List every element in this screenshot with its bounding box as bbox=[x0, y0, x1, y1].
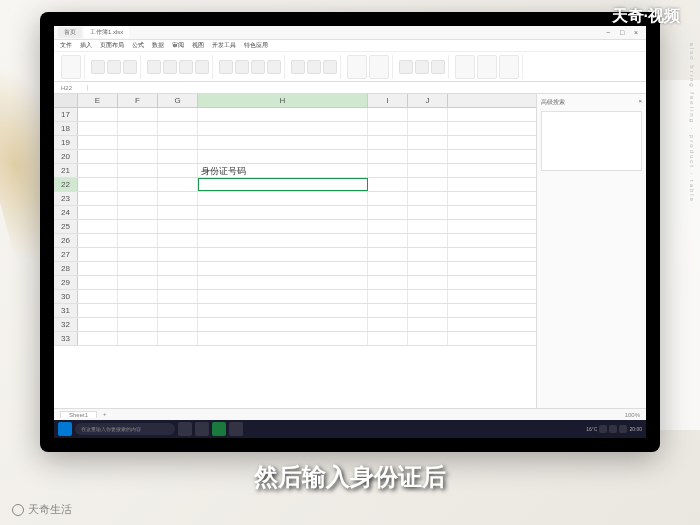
cell-G20[interactable] bbox=[158, 150, 198, 163]
cell-J21[interactable] bbox=[408, 164, 448, 177]
row-header-32[interactable]: 32 bbox=[54, 318, 78, 331]
menu-data[interactable]: 数据 bbox=[152, 41, 164, 50]
menu-formula[interactable]: 公式 bbox=[132, 41, 144, 50]
tray-icon[interactable] bbox=[609, 425, 617, 433]
conditional-format-button[interactable] bbox=[347, 55, 367, 79]
cell-H29[interactable] bbox=[198, 276, 368, 289]
minimize-button[interactable]: − bbox=[602, 28, 614, 38]
menu-dev[interactable]: 开发工具 bbox=[212, 41, 236, 50]
cell-F25[interactable] bbox=[118, 220, 158, 233]
row-header-22[interactable]: 22 bbox=[54, 178, 78, 191]
cell-F26[interactable] bbox=[118, 234, 158, 247]
cell-E21[interactable] bbox=[78, 164, 118, 177]
cell-F22[interactable] bbox=[118, 178, 158, 191]
cell-F19[interactable] bbox=[118, 136, 158, 149]
app-tab-workbook[interactable]: 工作簿1.xlsx bbox=[84, 27, 129, 38]
tray-icon[interactable] bbox=[619, 425, 627, 433]
add-sheet-button[interactable]: + bbox=[99, 411, 111, 418]
cell-E31[interactable] bbox=[78, 304, 118, 317]
cell-F17[interactable] bbox=[118, 108, 158, 121]
bold-button[interactable] bbox=[147, 60, 161, 74]
col-header-h[interactable]: H bbox=[198, 94, 368, 107]
cell-H20[interactable] bbox=[198, 150, 368, 163]
cell-F27[interactable] bbox=[118, 248, 158, 261]
cell-F30[interactable] bbox=[118, 290, 158, 303]
row-header-26[interactable]: 26 bbox=[54, 234, 78, 247]
row-header-20[interactable]: 20 bbox=[54, 150, 78, 163]
cell-I23[interactable] bbox=[368, 192, 408, 205]
close-button[interactable]: × bbox=[630, 28, 642, 38]
cell-I24[interactable] bbox=[368, 206, 408, 219]
cell-E29[interactable] bbox=[78, 276, 118, 289]
cell-E24[interactable] bbox=[78, 206, 118, 219]
cell-F24[interactable] bbox=[118, 206, 158, 219]
taskbar-search[interactable]: 在这里输入你要搜索的内容 bbox=[75, 423, 175, 435]
cell-J20[interactable] bbox=[408, 150, 448, 163]
cell-G22[interactable] bbox=[158, 178, 198, 191]
cell-H18[interactable] bbox=[198, 122, 368, 135]
menu-review[interactable]: 审阅 bbox=[172, 41, 184, 50]
cell-I30[interactable] bbox=[368, 290, 408, 303]
row-col-button[interactable] bbox=[455, 55, 475, 79]
cell-G23[interactable] bbox=[158, 192, 198, 205]
clock[interactable]: 20:00 bbox=[629, 426, 642, 432]
cell-E33[interactable] bbox=[78, 332, 118, 345]
cell-I17[interactable] bbox=[368, 108, 408, 121]
cell-H28[interactable] bbox=[198, 262, 368, 275]
cell-I26[interactable] bbox=[368, 234, 408, 247]
side-panel-close-icon[interactable]: × bbox=[638, 98, 642, 107]
maximize-button[interactable]: □ bbox=[616, 28, 628, 38]
cell-E19[interactable] bbox=[78, 136, 118, 149]
cell-H32[interactable] bbox=[198, 318, 368, 331]
table-format-button[interactable] bbox=[369, 55, 389, 79]
cell-I25[interactable] bbox=[368, 220, 408, 233]
cell-F33[interactable] bbox=[118, 332, 158, 345]
cell-H33[interactable] bbox=[198, 332, 368, 345]
cell-E25[interactable] bbox=[78, 220, 118, 233]
align-right-button[interactable] bbox=[251, 60, 265, 74]
col-header-i[interactable]: I bbox=[368, 94, 408, 107]
cell-G29[interactable] bbox=[158, 276, 198, 289]
copy-button[interactable] bbox=[107, 60, 121, 74]
cell-H26[interactable] bbox=[198, 234, 368, 247]
cell-J18[interactable] bbox=[408, 122, 448, 135]
menu-special[interactable]: 特色应用 bbox=[244, 41, 268, 50]
cell-H31[interactable] bbox=[198, 304, 368, 317]
row-header-31[interactable]: 31 bbox=[54, 304, 78, 317]
cell-I28[interactable] bbox=[368, 262, 408, 275]
cell-I33[interactable] bbox=[368, 332, 408, 345]
cell-E22[interactable] bbox=[78, 178, 118, 191]
row-header-17[interactable]: 17 bbox=[54, 108, 78, 121]
cell-I29[interactable] bbox=[368, 276, 408, 289]
cell-G33[interactable] bbox=[158, 332, 198, 345]
cell-G30[interactable] bbox=[158, 290, 198, 303]
cell-J17[interactable] bbox=[408, 108, 448, 121]
cell-reference[interactable]: H22 bbox=[58, 85, 88, 91]
cell-I27[interactable] bbox=[368, 248, 408, 261]
cell-G25[interactable] bbox=[158, 220, 198, 233]
cell-G32[interactable] bbox=[158, 318, 198, 331]
row-header-33[interactable]: 33 bbox=[54, 332, 78, 345]
cell-F31[interactable] bbox=[118, 304, 158, 317]
cell-I18[interactable] bbox=[368, 122, 408, 135]
cell-H27[interactable] bbox=[198, 248, 368, 261]
italic-button[interactable] bbox=[163, 60, 177, 74]
cell-J29[interactable] bbox=[408, 276, 448, 289]
row-header-30[interactable]: 30 bbox=[54, 290, 78, 303]
col-header-f[interactable]: F bbox=[118, 94, 158, 107]
merge-button[interactable] bbox=[267, 60, 281, 74]
font-color-button[interactable] bbox=[195, 60, 209, 74]
cell-G24[interactable] bbox=[158, 206, 198, 219]
start-button[interactable] bbox=[58, 422, 72, 436]
select-all-corner[interactable] bbox=[54, 94, 78, 107]
cell-G27[interactable] bbox=[158, 248, 198, 261]
cell-G18[interactable] bbox=[158, 122, 198, 135]
col-header-j[interactable]: J bbox=[408, 94, 448, 107]
cell-H21[interactable]: 身份证号码 bbox=[198, 164, 368, 177]
cell-H25[interactable] bbox=[198, 220, 368, 233]
cell-F29[interactable] bbox=[118, 276, 158, 289]
task-icon[interactable] bbox=[229, 422, 243, 436]
cell-J23[interactable] bbox=[408, 192, 448, 205]
row-header-23[interactable]: 23 bbox=[54, 192, 78, 205]
cell-F32[interactable] bbox=[118, 318, 158, 331]
